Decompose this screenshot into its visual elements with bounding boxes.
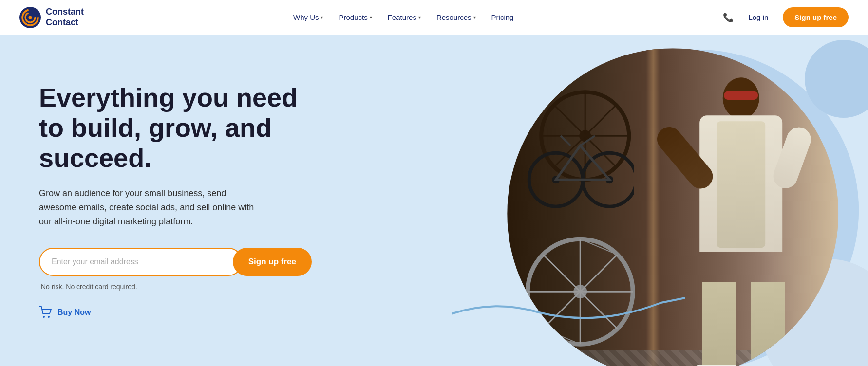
nav-signup-button[interactable]: Sign up free bbox=[783, 7, 849, 27]
email-input[interactable] bbox=[39, 248, 243, 276]
svg-rect-4 bbox=[39, 306, 53, 319]
nav-links: Why Us ▾ Products ▾ Features ▾ Resources… bbox=[287, 9, 519, 25]
hero-subtitle: Grow an audience for your small business… bbox=[39, 186, 263, 228]
chevron-down-icon: ▾ bbox=[418, 15, 421, 20]
nav-products[interactable]: Products ▾ bbox=[333, 9, 377, 25]
nav-resources[interactable]: Resources ▾ bbox=[431, 9, 482, 25]
chevron-down-icon: ▾ bbox=[473, 15, 476, 20]
logo[interactable]: Constant Contact bbox=[19, 7, 84, 28]
logo-icon bbox=[19, 7, 41, 28]
hero-signup-button[interactable]: Sign up free bbox=[233, 248, 312, 276]
nav-features[interactable]: Features ▾ bbox=[382, 9, 427, 25]
logo-text: Constant Contact bbox=[46, 7, 84, 28]
nav-why-us[interactable]: Why Us ▾ bbox=[287, 9, 329, 25]
svg-point-3 bbox=[29, 16, 32, 19]
buy-now-label: Buy Now bbox=[57, 308, 91, 317]
hero-title: Everything you need to build, grow, and … bbox=[39, 82, 321, 173]
hero-section: Everything you need to build, grow, and … bbox=[0, 35, 868, 366]
wave-decoration bbox=[452, 288, 685, 327]
hero-image bbox=[452, 35, 868, 366]
nav-right: 📞 Log in Sign up free bbox=[723, 7, 849, 27]
login-button[interactable]: Log in bbox=[742, 9, 774, 25]
nav-pricing[interactable]: Pricing bbox=[486, 9, 520, 25]
svg-point-6 bbox=[48, 316, 50, 318]
cart-icon bbox=[39, 306, 53, 319]
main-nav: Constant Contact Why Us ▾ Products ▾ Fea… bbox=[0, 0, 868, 35]
bike-frame-back bbox=[527, 107, 634, 214]
chevron-down-icon: ▾ bbox=[370, 15, 372, 20]
buy-now-link[interactable]: Buy Now bbox=[39, 306, 422, 319]
svg-point-5 bbox=[43, 316, 45, 318]
person-figure bbox=[682, 77, 799, 366]
chevron-down-icon: ▾ bbox=[321, 15, 323, 20]
hero-left: Everything you need to build, grow, and … bbox=[0, 35, 452, 366]
hero-right bbox=[452, 35, 868, 366]
no-risk-text: No risk. No credit card required. bbox=[39, 283, 422, 291]
phone-icon[interactable]: 📞 bbox=[723, 12, 734, 23]
hero-signup-form: Sign up free bbox=[39, 248, 312, 276]
